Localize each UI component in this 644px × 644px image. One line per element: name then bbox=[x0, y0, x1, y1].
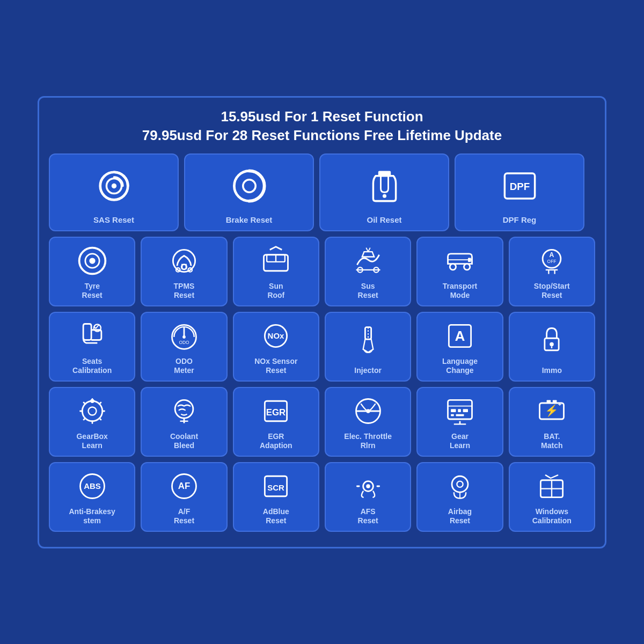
sus-reset[interactable]: Sus Reset bbox=[325, 237, 411, 306]
gear-learn-icon bbox=[421, 393, 499, 429]
grid-container: SAS ResetBrake ResetOil ResetDPFDPF RegT… bbox=[49, 153, 595, 532]
svg-text:A: A bbox=[550, 251, 554, 258]
elec-throttle-icon bbox=[329, 393, 407, 429]
adblue-reset[interactable]: SCRAdBlue Reset bbox=[233, 462, 319, 532]
afs-reset-label: AFS Reset bbox=[358, 507, 378, 525]
airbag-reset[interactable]: Airbag Reset bbox=[416, 462, 503, 532]
header: 15.95usd For 1 Reset Function 79.95usd F… bbox=[49, 108, 595, 144]
svg-point-39 bbox=[550, 342, 554, 347]
oil-reset-label: Oil Reset bbox=[367, 215, 401, 225]
bat-match-label: BAT. Match bbox=[541, 432, 562, 450]
elec-throttle-label: Elec. Throttle Rlrn bbox=[344, 432, 392, 450]
svg-point-74 bbox=[457, 481, 463, 487]
svg-text:DPF: DPF bbox=[509, 180, 530, 192]
anti-brake-system[interactable]: ABSAnti-Brakesy stem bbox=[49, 462, 135, 532]
dpf-reg[interactable]: DPFDPF Reg bbox=[455, 153, 584, 231]
windows-calibration[interactable]: Windows Calibration bbox=[509, 462, 595, 532]
tpms-reset-icon bbox=[145, 243, 223, 279]
immo-icon bbox=[513, 318, 591, 363]
af-reset[interactable]: AFA/F Reset bbox=[141, 462, 227, 532]
gear-learn[interactable]: Gear Learn bbox=[416, 387, 503, 457]
grid-row-1: Tyre ResetTPMS ResetSun RoofSus ResetTra… bbox=[49, 237, 595, 306]
tyre-reset[interactable]: Tyre Reset bbox=[49, 237, 135, 306]
brake-reset[interactable]: Brake Reset bbox=[184, 153, 314, 231]
svg-point-21 bbox=[450, 264, 456, 269]
injector[interactable]: Injector bbox=[325, 312, 411, 382]
svg-rect-57 bbox=[451, 414, 454, 416]
egr-adaption[interactable]: EGREGR Adaption bbox=[233, 387, 319, 457]
sun-roof-label: Sun Roof bbox=[267, 282, 284, 300]
stop-start-reset[interactable]: AOFFStop/Start Reset bbox=[509, 237, 595, 306]
brake-reset-icon bbox=[188, 160, 310, 212]
svg-point-11 bbox=[89, 258, 95, 264]
seats-calibration-icon bbox=[53, 318, 131, 354]
nox-sensor-reset-icon: NOx bbox=[237, 318, 315, 354]
sun-roof[interactable]: Sun Roof bbox=[233, 237, 319, 306]
seats-calibration[interactable]: Seats Calibration bbox=[49, 312, 135, 382]
svg-text:OFF: OFF bbox=[547, 258, 557, 264]
nox-sensor-reset[interactable]: NOxNOx Sensor Reset bbox=[233, 312, 319, 382]
grid-row-4: ABSAnti-Brakesy stemAFA/F ResetSCRAdBlue… bbox=[49, 462, 595, 532]
svg-text:+: + bbox=[558, 400, 562, 407]
svg-rect-61 bbox=[547, 400, 551, 403]
svg-text:NOx: NOx bbox=[268, 331, 285, 340]
transport-mode-label: Transport Mode bbox=[443, 282, 478, 300]
svg-point-2 bbox=[111, 183, 116, 188]
anti-brake-system-icon: ABS bbox=[53, 469, 131, 504]
elec-throttle[interactable]: Elec. Throttle Rlrn bbox=[325, 387, 411, 457]
gearbox-learn-icon bbox=[53, 393, 131, 429]
adblue-reset-label: AdBlue Reset bbox=[263, 507, 289, 525]
transport-mode[interactable]: Transport Mode bbox=[416, 237, 503, 306]
svg-rect-54 bbox=[451, 409, 456, 412]
tpms-reset-label: TPMS Reset bbox=[174, 282, 195, 300]
coolant-bleed[interactable]: Coolant Bleed bbox=[141, 387, 227, 457]
sas-reset[interactable]: SAS Reset bbox=[49, 153, 179, 231]
gearbox-learn[interactable]: GearBox Learn bbox=[49, 387, 135, 457]
nox-sensor-reset-label: NOx Sensor Reset bbox=[254, 357, 297, 375]
bat-match[interactable]: ⚡+BAT. Match bbox=[509, 387, 595, 457]
sun-roof-icon bbox=[237, 243, 315, 279]
gear-learn-label: Gear Learn bbox=[450, 432, 470, 450]
egr-adaption-icon: EGR bbox=[237, 393, 315, 429]
odo-meter[interactable]: ODOODO Meter bbox=[141, 312, 227, 382]
windows-calibration-label: Windows Calibration bbox=[532, 507, 572, 525]
coolant-bleed-icon bbox=[145, 393, 223, 429]
stop-start-reset-icon: AOFF bbox=[513, 243, 591, 279]
injector-icon bbox=[329, 318, 407, 363]
language-change-label: Language Change bbox=[442, 357, 478, 375]
svg-point-43 bbox=[90, 399, 94, 403]
svg-rect-55 bbox=[458, 409, 461, 412]
oil-reset-icon bbox=[324, 160, 445, 212]
af-reset-icon: AF bbox=[145, 469, 223, 504]
tpms-reset[interactable]: TPMS Reset bbox=[141, 237, 227, 306]
brake-reset-label: Brake Reset bbox=[226, 215, 273, 225]
immo-label: Immo bbox=[542, 366, 562, 375]
svg-point-73 bbox=[452, 476, 468, 492]
oil-reset[interactable]: Oil Reset bbox=[319, 153, 449, 231]
svg-point-4 bbox=[243, 179, 255, 192]
svg-point-30 bbox=[182, 335, 186, 339]
dpf-reg-label: DPF Reg bbox=[503, 215, 537, 225]
svg-text:A: A bbox=[455, 328, 465, 344]
grid-row-3: GearBox LearnCoolant BleedEGREGR Adaptio… bbox=[49, 387, 595, 457]
grid-row-0: SAS ResetBrake ResetOil ResetDPFDPF Reg bbox=[49, 153, 595, 231]
odo-meter-label: ODO Meter bbox=[174, 357, 194, 375]
immo[interactable]: Immo bbox=[509, 312, 595, 382]
sas-reset-label: SAS Reset bbox=[93, 215, 134, 225]
tyre-reset-label: Tyre Reset bbox=[82, 282, 103, 300]
svg-rect-58 bbox=[456, 414, 464, 416]
seats-calibration-label: Seats Calibration bbox=[72, 357, 112, 375]
svg-point-72 bbox=[366, 484, 370, 488]
svg-point-42 bbox=[88, 407, 96, 415]
sus-reset-label: Sus Reset bbox=[358, 282, 378, 300]
odo-meter-icon: ODO bbox=[145, 318, 223, 354]
bat-match-icon: ⚡+ bbox=[513, 393, 591, 429]
afs-reset-icon bbox=[329, 469, 407, 504]
af-reset-label: A/F Reset bbox=[174, 507, 194, 525]
windows-calibration-icon bbox=[513, 469, 591, 504]
language-change[interactable]: ALanguage Change bbox=[416, 312, 503, 382]
header-line2: 79.95usd For 28 Reset Functions Free Lif… bbox=[49, 127, 595, 144]
afs-reset[interactable]: AFS Reset bbox=[325, 462, 411, 532]
language-change-icon: A bbox=[421, 318, 499, 354]
header-line1: 15.95usd For 1 Reset Function bbox=[49, 108, 595, 125]
